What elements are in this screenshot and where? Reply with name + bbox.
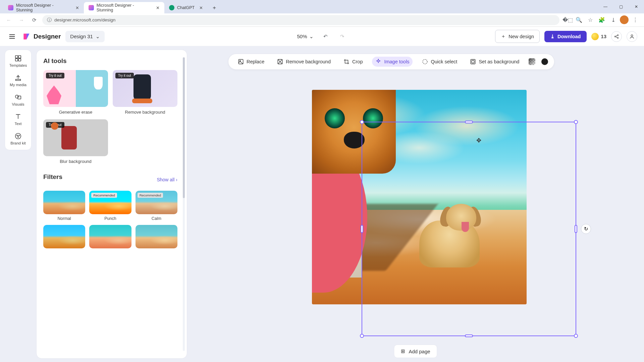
credits-balance[interactable]: 13	[591, 33, 606, 40]
download-icon: ⤓	[550, 34, 555, 39]
resize-side-icon[interactable]	[361, 225, 363, 233]
tool-blur-background[interactable]: Try it out Blur background	[43, 119, 108, 164]
design-name-selector[interactable]: Design 31 ⌄	[65, 31, 105, 42]
install-app-icon[interactable]: �⬚	[563, 15, 572, 25]
tool-label: Remove background	[125, 110, 165, 115]
url-input[interactable]: ⓘ designer.microsoft.com/design	[42, 15, 559, 25]
browser-tab[interactable]: Microsoft Designer - Stunning ✕	[3, 2, 84, 13]
svg-point-3	[631, 35, 633, 36]
opacity-icon[interactable]	[529, 58, 535, 65]
rail-visuals[interactable]: Visuals	[12, 94, 24, 106]
new-design-button[interactable]: ＋ New design	[495, 30, 540, 43]
window-controls: — ▢ ✕	[598, 0, 644, 13]
resize-side-icon[interactable]	[465, 121, 473, 123]
reload-icon[interactable]: ⟳	[30, 15, 39, 25]
filter-extra[interactable]	[89, 225, 131, 248]
ai-tools-heading: AI tools	[43, 57, 177, 65]
tab-title: Microsoft Designer - Stunning	[97, 3, 151, 12]
browser-tab[interactable]: Microsoft Designer - Stunning ✕	[84, 2, 164, 13]
account-icon[interactable]	[627, 31, 637, 42]
filter-label: Calm	[152, 216, 161, 221]
ctx-crop[interactable]: Crop	[340, 57, 366, 67]
designer-favicon-icon	[8, 5, 13, 10]
maximize-icon[interactable]: ▢	[613, 0, 629, 13]
share-icon[interactable]	[611, 31, 622, 42]
rail-text[interactable]: Text	[14, 113, 22, 126]
ctx-label: Image tools	[384, 59, 409, 64]
tool-thumb: Try it out	[43, 119, 108, 156]
design-name-text: Design 31	[70, 34, 93, 39]
redo-icon[interactable]: ↷	[338, 32, 347, 41]
try-badge: Try it out	[46, 122, 64, 128]
close-window-icon[interactable]: ✕	[629, 0, 644, 13]
rail-brand-kit[interactable]: Brand kit	[10, 132, 25, 145]
tool-generative-erase[interactable]: Try it out Generative erase	[43, 70, 108, 115]
left-rail: Templates My media Visuals Text Brand ki…	[5, 50, 32, 150]
rail-my-media[interactable]: My media	[10, 74, 26, 87]
color-swatch-icon[interactable]	[541, 58, 548, 65]
url-text: designer.microsoft.com/design	[54, 17, 115, 22]
tool-remove-background[interactable]: Try it out Remove background	[113, 70, 177, 115]
address-bar: ← → ⟳ ⓘ designer.microsoft.com/design �⬚…	[0, 13, 644, 27]
menu-icon[interactable]	[7, 31, 17, 42]
designer-logo-icon	[22, 32, 31, 41]
zoom-undo-group: 50% ⌄ ↶ ↷	[297, 32, 347, 41]
brand[interactable]: Designer	[22, 32, 61, 41]
add-page-label: Add page	[409, 349, 430, 354]
zoom-selector[interactable]: 50% ⌄	[297, 34, 313, 40]
rail-label: Brand kit	[10, 141, 25, 145]
brand-name: Designer	[34, 33, 61, 40]
new-tab-button[interactable]: ＋	[210, 3, 219, 12]
context-toolbar: Replace Remove background Crop Image too…	[228, 54, 554, 70]
designer-favicon-icon	[89, 5, 94, 10]
resize-handle-icon[interactable]	[360, 334, 364, 338]
rail-templates[interactable]: Templates	[9, 55, 27, 67]
extensions-icon[interactable]: 🧩	[597, 15, 606, 25]
download-button[interactable]: ⤓ Download	[544, 31, 587, 42]
svg-rect-18	[471, 59, 476, 64]
ctx-image-tools[interactable]: Image tools	[372, 57, 413, 67]
rotate-handle-icon[interactable]: ↻	[581, 224, 591, 234]
resize-side-icon[interactable]	[465, 335, 473, 337]
panel-scrollbar[interactable]	[183, 57, 185, 351]
rail-label: Visuals	[12, 102, 24, 106]
profile-avatar-icon[interactable]	[620, 15, 629, 24]
downloads-icon[interactable]: ⤓	[608, 15, 618, 25]
filter-normal[interactable]: Normal	[43, 191, 85, 221]
browser-tab-strip: Microsoft Designer - Stunning ✕ Microsof…	[0, 0, 644, 13]
zoom-icon[interactable]: 🔍	[574, 15, 584, 25]
filter-thumb	[43, 191, 85, 214]
resize-side-icon[interactable]	[575, 225, 577, 233]
back-icon[interactable]: ←	[4, 15, 13, 25]
resize-handle-icon[interactable]	[574, 334, 578, 338]
ctx-set-background[interactable]: Set as background	[467, 57, 523, 67]
filter-calm[interactable]: Recommended Calm	[136, 191, 177, 221]
forward-icon[interactable]: →	[17, 15, 26, 25]
filter-punch[interactable]: Recommended Punch	[89, 191, 131, 221]
filter-extra[interactable]	[43, 225, 85, 248]
rail-label: Text	[14, 122, 21, 126]
close-icon[interactable]: ✕	[199, 5, 203, 10]
selection-box[interactable]: ↻	[362, 122, 576, 336]
undo-icon[interactable]: ↶	[321, 32, 330, 41]
minimize-icon[interactable]: —	[598, 0, 613, 13]
resize-handle-icon[interactable]	[574, 120, 578, 124]
filter-thumb: Recommended	[89, 191, 131, 214]
ctx-remove-background[interactable]: Remove background	[274, 57, 334, 67]
close-icon[interactable]: ✕	[156, 5, 160, 10]
resize-handle-icon[interactable]	[360, 120, 364, 124]
ctx-label: Set as background	[479, 59, 519, 64]
ctx-replace[interactable]: Replace	[234, 57, 268, 67]
site-info-icon: ⓘ	[47, 17, 52, 23]
bookmark-icon[interactable]: ☆	[586, 15, 595, 25]
try-badge: Try it out	[46, 73, 64, 78]
credits-value: 13	[601, 34, 606, 39]
show-all-filters[interactable]: Show all ›	[157, 177, 177, 182]
close-icon[interactable]: ✕	[75, 5, 79, 10]
kebab-menu-icon[interactable]: ⋮	[631, 15, 640, 25]
add-page-button[interactable]: ⊞ Add page	[394, 345, 437, 358]
filter-extra[interactable]	[136, 225, 177, 248]
zoom-value: 50%	[297, 34, 307, 39]
browser-tab[interactable]: ChatGPT ✕	[164, 2, 208, 13]
ctx-quick-select[interactable]: Quick select	[419, 57, 461, 67]
